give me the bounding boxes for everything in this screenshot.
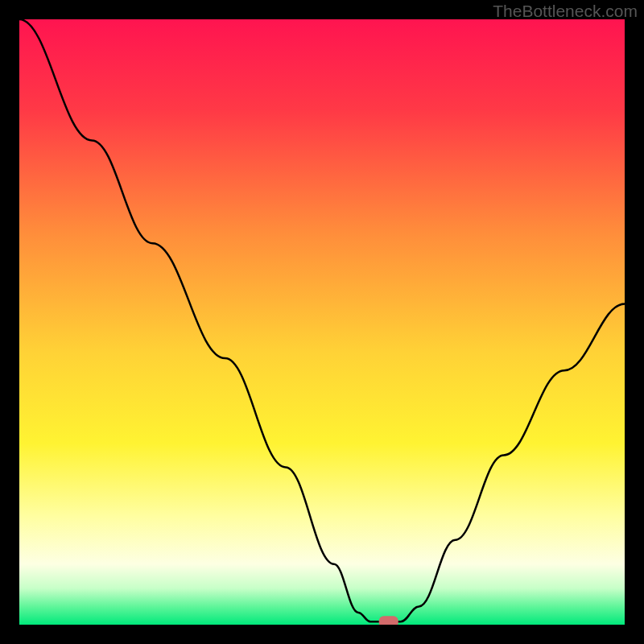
watermark-text: TheBottleneck.com xyxy=(493,2,638,21)
chart-plot-area xyxy=(19,19,625,625)
chart-background xyxy=(19,19,625,625)
optimal-marker xyxy=(379,616,398,625)
chart-svg xyxy=(19,19,625,625)
